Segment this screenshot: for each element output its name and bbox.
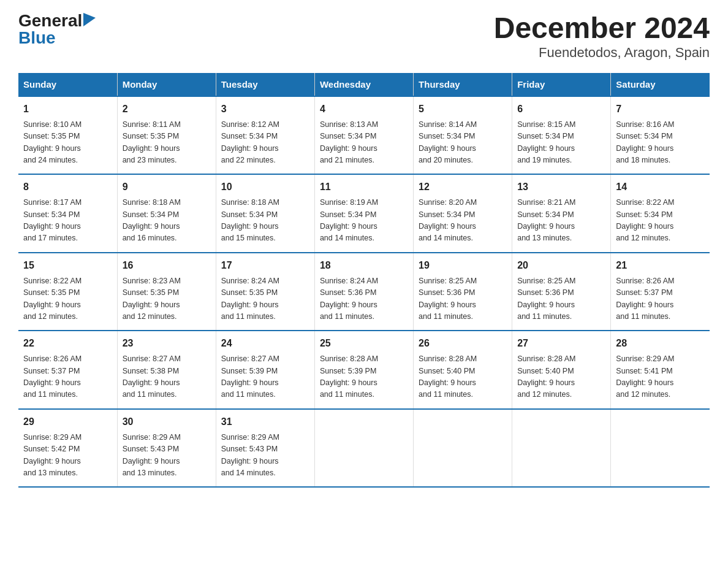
header-cell-friday: Friday [512, 73, 611, 96]
day-number: 21 [616, 258, 705, 273]
day-info: Sunrise: 8:29 AMSunset: 5:43 PMDaylight:… [221, 432, 309, 480]
calendar-day-cell: 7Sunrise: 8:16 AMSunset: 5:34 PMDaylight… [611, 96, 710, 175]
calendar-week-row: 1Sunrise: 8:10 AMSunset: 5:35 PMDaylight… [18, 96, 710, 175]
day-info: Sunrise: 8:24 AMSunset: 5:36 PMDaylight:… [320, 275, 408, 323]
calendar-day-cell: 9Sunrise: 8:18 AMSunset: 5:34 PMDaylight… [117, 174, 216, 253]
day-number: 1 [23, 102, 112, 117]
day-number: 13 [517, 180, 605, 194]
day-info: Sunrise: 8:17 AMSunset: 5:34 PMDaylight:… [23, 197, 112, 245]
calendar-day-cell: 2Sunrise: 8:11 AMSunset: 5:35 PMDaylight… [117, 96, 216, 175]
calendar-header: SundayMondayTuesdayWednesdayThursdayFrid… [18, 73, 710, 96]
calendar-day-cell: 5Sunrise: 8:14 AMSunset: 5:34 PMDaylight… [414, 96, 512, 175]
page-title: December 2024 [494, 12, 710, 45]
calendar-day-cell: 16Sunrise: 8:23 AMSunset: 5:35 PMDayligh… [117, 253, 216, 331]
day-info: Sunrise: 8:26 AMSunset: 5:37 PMDaylight:… [616, 275, 705, 323]
day-info: Sunrise: 8:22 AMSunset: 5:34 PMDaylight:… [616, 197, 705, 245]
header-cell-sunday: Sunday [18, 73, 117, 96]
day-info: Sunrise: 8:25 AMSunset: 5:36 PMDaylight:… [419, 275, 507, 323]
logo: General Blue [18, 12, 96, 47]
day-number: 26 [419, 336, 507, 351]
calendar-day-cell [314, 409, 413, 488]
day-number: 14 [616, 180, 705, 194]
svg-marker-0 [83, 13, 96, 26]
page-subtitle: Fuendetodos, Aragon, Spain [494, 45, 710, 61]
calendar-day-cell: 19Sunrise: 8:25 AMSunset: 5:36 PMDayligh… [414, 253, 512, 331]
calendar-day-cell: 24Sunrise: 8:27 AMSunset: 5:39 PMDayligh… [216, 331, 314, 409]
day-info: Sunrise: 8:23 AMSunset: 5:35 PMDaylight:… [123, 275, 211, 323]
day-number: 29 [23, 415, 112, 429]
day-number: 19 [419, 258, 507, 273]
day-info: Sunrise: 8:18 AMSunset: 5:34 PMDaylight:… [221, 197, 309, 245]
day-info: Sunrise: 8:29 AMSunset: 5:41 PMDaylight:… [616, 353, 705, 401]
calendar-day-cell: 30Sunrise: 8:29 AMSunset: 5:43 PMDayligh… [117, 409, 216, 488]
calendar-day-cell [512, 409, 611, 488]
calendar-day-cell: 21Sunrise: 8:26 AMSunset: 5:37 PMDayligh… [611, 253, 710, 331]
header-cell-monday: Monday [117, 73, 216, 96]
day-info: Sunrise: 8:10 AMSunset: 5:35 PMDaylight:… [23, 119, 112, 167]
calendar-day-cell: 18Sunrise: 8:24 AMSunset: 5:36 PMDayligh… [314, 253, 413, 331]
day-info: Sunrise: 8:12 AMSunset: 5:34 PMDaylight:… [221, 119, 309, 167]
calendar-day-cell: 29Sunrise: 8:29 AMSunset: 5:42 PMDayligh… [18, 409, 117, 488]
calendar-day-cell: 31Sunrise: 8:29 AMSunset: 5:43 PMDayligh… [216, 409, 314, 488]
day-info: Sunrise: 8:16 AMSunset: 5:34 PMDaylight:… [616, 119, 705, 167]
day-info: Sunrise: 8:25 AMSunset: 5:36 PMDaylight:… [517, 275, 605, 323]
day-number: 2 [123, 102, 211, 117]
day-info: Sunrise: 8:27 AMSunset: 5:39 PMDaylight:… [221, 353, 309, 401]
calendar-week-row: 22Sunrise: 8:26 AMSunset: 5:37 PMDayligh… [18, 331, 710, 409]
calendar-day-cell [414, 409, 512, 488]
header-cell-wednesday: Wednesday [314, 73, 413, 96]
day-number: 23 [123, 336, 211, 351]
day-number: 4 [320, 102, 408, 117]
calendar-day-cell: 28Sunrise: 8:29 AMSunset: 5:41 PMDayligh… [611, 331, 710, 409]
calendar-day-cell: 25Sunrise: 8:28 AMSunset: 5:39 PMDayligh… [314, 331, 413, 409]
logo-general-text: General [18, 12, 82, 29]
day-number: 3 [221, 102, 309, 117]
day-info: Sunrise: 8:29 AMSunset: 5:42 PMDaylight:… [23, 432, 112, 480]
day-number: 30 [123, 415, 211, 429]
calendar-day-cell: 6Sunrise: 8:15 AMSunset: 5:34 PMDaylight… [512, 96, 611, 175]
day-number: 7 [616, 102, 705, 117]
day-info: Sunrise: 8:20 AMSunset: 5:34 PMDaylight:… [419, 197, 507, 245]
day-info: Sunrise: 8:24 AMSunset: 5:35 PMDaylight:… [221, 275, 309, 323]
header-cell-tuesday: Tuesday [216, 73, 314, 96]
calendar-day-cell: 1Sunrise: 8:10 AMSunset: 5:35 PMDaylight… [18, 96, 117, 175]
day-info: Sunrise: 8:15 AMSunset: 5:34 PMDaylight:… [517, 119, 605, 167]
day-number: 16 [123, 258, 211, 273]
day-number: 8 [23, 180, 112, 194]
day-number: 11 [320, 180, 408, 194]
calendar-day-cell: 23Sunrise: 8:27 AMSunset: 5:38 PMDayligh… [117, 331, 216, 409]
calendar-day-cell: 14Sunrise: 8:22 AMSunset: 5:34 PMDayligh… [611, 174, 710, 253]
day-info: Sunrise: 8:19 AMSunset: 5:34 PMDaylight:… [320, 197, 408, 245]
day-info: Sunrise: 8:26 AMSunset: 5:37 PMDaylight:… [23, 353, 112, 401]
day-number: 27 [517, 336, 605, 351]
calendar-table: SundayMondayTuesdayWednesdayThursdayFrid… [18, 73, 710, 488]
day-number: 12 [419, 180, 507, 194]
calendar-day-cell: 17Sunrise: 8:24 AMSunset: 5:35 PMDayligh… [216, 253, 314, 331]
day-number: 22 [23, 336, 112, 351]
day-number: 17 [221, 258, 309, 273]
day-number: 10 [221, 180, 309, 194]
day-number: 9 [123, 180, 211, 194]
calendar-week-row: 15Sunrise: 8:22 AMSunset: 5:35 PMDayligh… [18, 253, 710, 331]
calendar-day-cell: 26Sunrise: 8:28 AMSunset: 5:40 PMDayligh… [414, 331, 512, 409]
logo-blue-text: Blue [18, 29, 56, 47]
calendar-day-cell: 20Sunrise: 8:25 AMSunset: 5:36 PMDayligh… [512, 253, 611, 331]
day-number: 5 [419, 102, 507, 117]
header-cell-thursday: Thursday [414, 73, 512, 96]
day-number: 15 [23, 258, 112, 273]
day-info: Sunrise: 8:13 AMSunset: 5:34 PMDaylight:… [320, 119, 408, 167]
calendar-week-row: 8Sunrise: 8:17 AMSunset: 5:34 PMDaylight… [18, 174, 710, 253]
day-number: 20 [517, 258, 605, 273]
day-info: Sunrise: 8:22 AMSunset: 5:35 PMDaylight:… [23, 275, 112, 323]
calendar-week-row: 29Sunrise: 8:29 AMSunset: 5:42 PMDayligh… [18, 409, 710, 488]
day-info: Sunrise: 8:14 AMSunset: 5:34 PMDaylight:… [419, 119, 507, 167]
day-number: 28 [616, 336, 705, 351]
calendar-day-cell: 15Sunrise: 8:22 AMSunset: 5:35 PMDayligh… [18, 253, 117, 331]
day-info: Sunrise: 8:27 AMSunset: 5:38 PMDaylight:… [123, 353, 211, 401]
day-number: 31 [221, 415, 309, 429]
day-info: Sunrise: 8:28 AMSunset: 5:40 PMDaylight:… [419, 353, 507, 401]
header-row: SundayMondayTuesdayWednesdayThursdayFrid… [18, 73, 710, 96]
calendar-day-cell [611, 409, 710, 488]
title-block: December 2024 Fuendetodos, Aragon, Spain [494, 12, 710, 61]
day-number: 18 [320, 258, 408, 273]
